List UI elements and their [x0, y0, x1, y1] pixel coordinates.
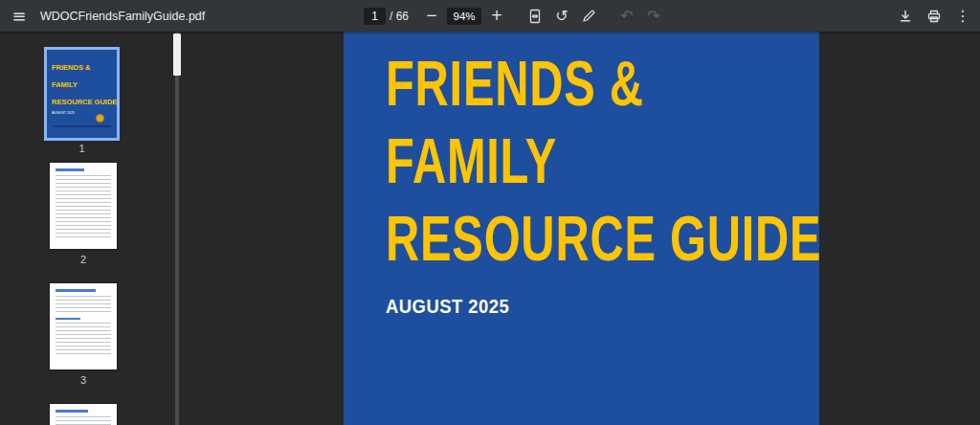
thumbnail-page-2[interactable]: 2 [50, 163, 117, 265]
thumb-cover-rule [53, 125, 111, 127]
fit-page-icon [527, 9, 543, 24]
toc-heading-bar [56, 168, 84, 171]
menu-button[interactable]: ≡ [8, 5, 31, 28]
page-number-input[interactable] [364, 8, 386, 25]
cover-title-line3: RESOURCE GUIDE [386, 200, 706, 278]
menu-icon: ≡ [11, 8, 26, 25]
thumbnail-1-label: 1 [41, 143, 122, 154]
thumbnail-2-label: 2 [50, 254, 117, 265]
seal-logo-icon [96, 114, 104, 123]
zoom-level: 94% [447, 8, 481, 25]
thumbnail-3-label: 3 [50, 374, 117, 386]
toolbar-center: / 66 − 94% + ↺ ↶ [364, 0, 665, 32]
thumbnail-3-page[interactable] [50, 283, 117, 369]
thumbnail-page-3[interactable]: 3 [50, 283, 117, 386]
pdf-page-1: FRIENDS & FAMILY RESOURCE GUIDE AUGUST 2… [344, 32, 819, 425]
paragraph-lines [56, 296, 111, 315]
cover-content: FRIENDS & FAMILY RESOURCE GUIDE AUGUST 2… [344, 32, 819, 318]
scrollbar-thumb[interactable] [173, 34, 181, 76]
thumbnail-panel: FRIENDS & FAMILY RESOURCE GUIDE AUGUST 2… [0, 32, 172, 425]
thumb-cover-line3: RESOURCE GUIDE [52, 98, 117, 106]
document-view: FRIENDS & FAMILY RESOURCE GUIDE AUGUST 2… [182, 32, 980, 425]
print-icon [926, 9, 942, 24]
toolbar-left: ≡ WDOCFriendsFamilyGuide.pdf [0, 5, 205, 28]
thumbnail-3-content [50, 283, 117, 369]
thumb-cover-line2: FAMILY [52, 80, 78, 89]
redo-button[interactable]: ↷ [642, 5, 665, 28]
thumbnail-2-page[interactable] [50, 163, 117, 249]
zoom-in-icon: + [491, 9, 503, 23]
thumb-cover-line1: FRIENDS & [52, 63, 90, 72]
toc-lines [56, 175, 111, 238]
section-heading-bar [56, 410, 88, 413]
thumbnail-1-page[interactable]: FRIENDS & FAMILY RESOURCE GUIDE AUGUST 2… [47, 50, 117, 138]
undo-button[interactable]: ↶ [615, 5, 638, 28]
thumbnail-page-1[interactable]: FRIENDS & FAMILY RESOURCE GUIDE AUGUST 2… [41, 50, 122, 154]
thumbnail-4-content [50, 404, 117, 425]
thumbnail-1-cover: FRIENDS & FAMILY RESOURCE GUIDE AUGUST 2… [47, 50, 117, 138]
rotate-button[interactable]: ↺ [550, 5, 573, 28]
rotate-icon: ↺ [555, 9, 568, 24]
zoom-in-button[interactable]: + [485, 5, 508, 28]
link-line [56, 318, 80, 320]
thumbnail-2-content [50, 163, 117, 249]
zoom-out-icon: − [426, 9, 438, 23]
thumbnail-4-page[interactable] [50, 404, 117, 425]
paragraph-lines [56, 323, 111, 357]
pdf-viewer: { "toolbar": { "filename": "WDOCFriendsF… [0, 0, 980, 425]
download-button[interactable] [894, 5, 917, 28]
zoom-out-button[interactable]: − [420, 5, 443, 28]
undo-icon: ↶ [620, 9, 633, 24]
print-button[interactable] [923, 5, 946, 28]
pen-icon [582, 9, 596, 23]
scrollbar-track[interactable] [175, 32, 179, 425]
section-heading-bar [56, 289, 96, 292]
more-options-button[interactable]: ⋮ [951, 5, 974, 28]
thumbnail-page-4[interactable] [50, 404, 117, 425]
thumbnail-scrollbar[interactable] [172, 32, 182, 425]
toolbar-right: ⋮ [894, 0, 980, 32]
paragraph-lines [56, 416, 111, 425]
annotate-button[interactable] [577, 5, 600, 28]
document-filename: WDOCFriendsFamilyGuide.pdf [40, 10, 205, 23]
cover-title-line2: FAMILY [386, 123, 706, 200]
cover-title-line1: FRIENDS & [386, 45, 706, 123]
redo-icon: ↷ [647, 9, 659, 24]
page-total-label: / 66 [390, 10, 409, 23]
fit-page-button[interactable] [523, 5, 546, 28]
pdf-toolbar: ≡ WDOCFriendsFamilyGuide.pdf / 66 − 94% … [0, 0, 980, 32]
kebab-menu-icon: ⋮ [955, 9, 970, 24]
download-icon [898, 9, 913, 24]
cover-subtitle: AUGUST 2025 [386, 295, 768, 318]
